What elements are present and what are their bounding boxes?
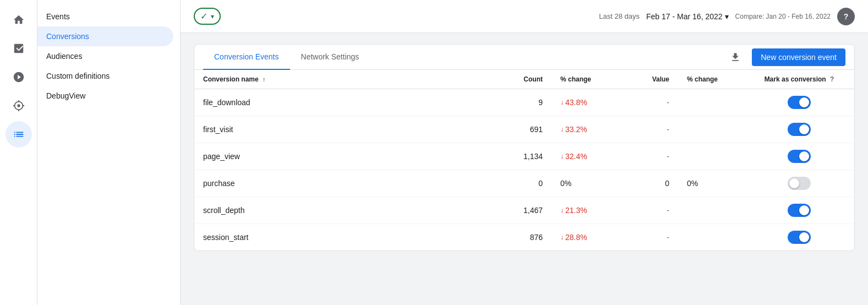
cell-toggle[interactable] xyxy=(744,89,854,116)
home-icon[interactable] xyxy=(6,7,32,33)
cell-value-change xyxy=(678,143,744,170)
chart-icon[interactable] xyxy=(6,35,32,62)
icon-rail xyxy=(0,0,37,305)
cell-count-change: ↓43.8% xyxy=(552,89,623,116)
cell-count: 691 xyxy=(348,116,552,143)
col-header-change1: % change xyxy=(552,70,623,89)
cell-toggle[interactable] xyxy=(744,224,854,251)
cell-count-change: ↓33.2% xyxy=(552,116,623,143)
conversion-toggle[interactable] xyxy=(788,204,811,217)
date-range-picker[interactable]: Feb 17 - Mar 16, 2022 ▾ xyxy=(646,12,729,21)
cell-value-change xyxy=(678,116,744,143)
conversion-toggle[interactable] xyxy=(788,96,811,109)
cell-toggle[interactable] xyxy=(744,170,854,197)
conversion-toggle[interactable] xyxy=(788,177,811,190)
sort-arrow-icon: ↑ xyxy=(263,76,266,83)
date-label: Last 28 days xyxy=(599,12,640,20)
col-header-mark-conversion: Mark as conversion ? xyxy=(744,70,854,89)
topbar-left: ✓ ▾ xyxy=(194,8,221,25)
cell-count-change: ↓21.3% xyxy=(552,197,623,224)
cell-value-change xyxy=(678,197,744,224)
topbar: ✓ ▾ Last 28 days Feb 17 - Mar 16, 2022 ▾… xyxy=(181,0,868,33)
table-row: page_view1,134↓32.4%- xyxy=(194,143,854,170)
content-area: Conversion Events Network Settings New c… xyxy=(181,33,868,305)
new-conversion-event-button[interactable]: New conversion event xyxy=(752,48,845,66)
cell-value-change xyxy=(678,224,744,251)
cell-name: scroll_depth xyxy=(194,197,348,224)
cell-value-change xyxy=(678,89,744,116)
filter-chevron-icon: ▾ xyxy=(211,13,214,20)
cell-value: - xyxy=(623,224,678,251)
sidebar-item-debugview[interactable]: DebugView xyxy=(37,86,173,106)
cell-count-change: ↓28.8% xyxy=(552,224,623,251)
topbar-right-group: Compare: Jan 20 - Feb 16, 2022 xyxy=(735,13,831,20)
download-button[interactable] xyxy=(725,47,745,67)
cell-count: 0 xyxy=(348,170,552,197)
cell-toggle[interactable] xyxy=(744,116,854,143)
sidebar-item-conversions[interactable]: Conversions xyxy=(37,26,173,46)
cell-name: first_visit xyxy=(194,116,348,143)
target-icon[interactable] xyxy=(6,64,32,90)
tab-conversion-events[interactable]: Conversion Events xyxy=(203,45,290,70)
conversion-toggle[interactable] xyxy=(788,150,811,163)
cell-value: - xyxy=(623,116,678,143)
tabs-bar: Conversion Events Network Settings New c… xyxy=(194,45,854,70)
cell-count: 876 xyxy=(348,224,552,251)
tabs-actions: New conversion event xyxy=(725,47,845,67)
col-header-change2: % change xyxy=(678,70,744,89)
cell-count-change: ↓32.4% xyxy=(552,143,623,170)
compare-text: Compare: Jan 20 - Feb 16, 2022 xyxy=(735,13,831,20)
sidebar-item-custom-definitions[interactable]: Custom definitions xyxy=(37,66,173,86)
col-header-value: Value xyxy=(623,70,678,89)
sidebar: Events Conversions Audiences Custom defi… xyxy=(37,0,181,305)
table-row: session_start876↓28.8%- xyxy=(194,224,854,251)
cell-value: - xyxy=(623,143,678,170)
conversion-toggle[interactable] xyxy=(788,231,811,244)
filter-button[interactable]: ✓ ▾ xyxy=(194,8,221,25)
sidebar-item-events[interactable]: Events xyxy=(37,7,173,26)
antenna-icon[interactable] xyxy=(6,92,32,119)
col-header-name[interactable]: Conversion name ↑ xyxy=(194,70,348,89)
tab-network-settings[interactable]: Network Settings xyxy=(290,45,370,70)
table-row: purchase00%00% xyxy=(194,170,854,197)
conversion-toggle[interactable] xyxy=(788,123,811,136)
filter-check-icon: ✓ xyxy=(200,11,208,21)
cell-count: 1,467 xyxy=(348,197,552,224)
sidebar-item-audiences[interactable]: Audiences xyxy=(37,46,173,66)
cell-toggle[interactable] xyxy=(744,143,854,170)
cell-count: 9 xyxy=(348,89,552,116)
cell-name: file_download xyxy=(194,89,348,116)
topbar-right: Last 28 days Feb 17 - Mar 16, 2022 ▾ Com… xyxy=(599,8,855,25)
cell-name: purchase xyxy=(194,170,348,197)
main-card: Conversion Events Network Settings New c… xyxy=(194,44,855,251)
cell-toggle[interactable] xyxy=(744,197,854,224)
col-header-count: Count xyxy=(348,70,552,89)
tabs: Conversion Events Network Settings xyxy=(203,45,370,69)
table-row: file_download9↓43.8%- xyxy=(194,89,854,116)
main-content: ✓ ▾ Last 28 days Feb 17 - Mar 16, 2022 ▾… xyxy=(181,0,868,305)
cell-value: 0 xyxy=(623,170,678,197)
cell-count-change: 0% xyxy=(552,170,623,197)
cell-value-change: 0% xyxy=(678,170,744,197)
table-row: first_visit691↓33.2%- xyxy=(194,116,854,143)
cell-name: page_view xyxy=(194,143,348,170)
conversions-table: Conversion name ↑ Count % change Value xyxy=(194,70,854,250)
list-icon[interactable] xyxy=(6,121,32,148)
cell-value: - xyxy=(623,197,678,224)
table-row: scroll_depth1,467↓21.3%- xyxy=(194,197,854,224)
date-range-chevron: ▾ xyxy=(725,12,729,21)
cell-count: 1,134 xyxy=(348,143,552,170)
help-button[interactable]: ? xyxy=(837,8,855,25)
cell-name: session_start xyxy=(194,224,348,251)
date-range-text: Feb 17 - Mar 16, 2022 xyxy=(646,12,723,21)
mark-conversion-help-icon[interactable]: ? xyxy=(830,75,834,83)
cell-value: - xyxy=(623,89,678,116)
